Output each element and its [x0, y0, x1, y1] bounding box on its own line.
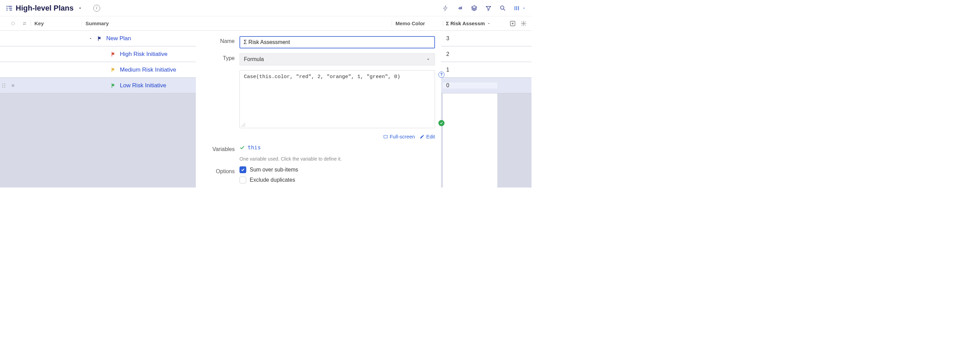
column-edit-panel: Name Type Formula Case(this.color, "red"…	[196, 31, 441, 187]
svg-point-0	[500, 6, 504, 9]
chevron-down-icon[interactable]	[78, 6, 83, 11]
checkbox-checked-icon	[239, 166, 246, 173]
settings-gear-icon[interactable]	[520, 21, 527, 27]
svg-point-2	[11, 22, 15, 25]
row-risk-value: 2	[443, 51, 497, 57]
svg-point-7	[2, 85, 3, 86]
pin-icon[interactable]	[457, 5, 463, 11]
search-icon[interactable]	[500, 5, 506, 11]
row-risk-value: 0	[443, 83, 497, 89]
svg-point-11	[11, 84, 14, 87]
flag-icon	[110, 83, 116, 89]
check-icon	[239, 145, 245, 150]
layers-icon[interactable]	[471, 5, 477, 11]
col-memo-color[interactable]: Memo Color	[392, 21, 443, 26]
flag-icon	[110, 51, 116, 57]
name-label: Name	[202, 36, 235, 44]
formula-textarea[interactable]: Case(this.color, "red", 2, "orange", 1, …	[239, 70, 435, 128]
row-summary-text[interactable]: New Plan	[106, 35, 131, 42]
pencil-icon	[420, 134, 425, 139]
svg-point-8	[5, 85, 5, 86]
formula-text: Case(this.color, "red", 2, "orange", 1, …	[244, 74, 400, 80]
row-status-dot	[8, 84, 18, 87]
col-summary[interactable]: Summary	[82, 21, 392, 26]
variables-label: Variables	[202, 144, 235, 152]
view-title[interactable]: High-level Plans	[16, 4, 73, 13]
svg-line-1	[504, 9, 505, 10]
hierarchy-icon	[5, 5, 13, 12]
valid-check-icon	[438, 120, 444, 126]
help-icon[interactable]: ?	[438, 72, 444, 78]
row-summary-text[interactable]: Low Risk Initiative	[120, 82, 166, 89]
svg-rect-12	[384, 135, 388, 138]
col-risk-assessment[interactable]: Σ Risk Assessm	[443, 21, 497, 26]
svg-point-6	[5, 83, 5, 84]
flag-icon	[110, 67, 116, 73]
type-value: Formula	[244, 56, 264, 62]
col-actions	[497, 21, 531, 27]
filter-icon[interactable]	[485, 5, 492, 11]
variable-name[interactable]: this	[248, 144, 261, 151]
col-status-icon	[8, 21, 18, 26]
svg-point-9	[2, 86, 3, 88]
variables-hint: One variable used. Click the variable to…	[239, 156, 342, 161]
row-summary-text[interactable]: Medium Risk Initiative	[120, 67, 176, 73]
col-swap-icon	[18, 21, 31, 26]
svg-point-10	[5, 86, 5, 88]
col-key[interactable]: Key	[31, 21, 82, 26]
lightning-icon[interactable]	[442, 5, 449, 11]
options-label: Options	[202, 166, 235, 174]
topbar: High-level Plans i	[0, 0, 531, 16]
row-risk-value: 1	[443, 67, 497, 73]
type-select[interactable]: Formula	[239, 53, 435, 65]
checkbox-unchecked-icon	[239, 177, 246, 184]
drag-handle-icon[interactable]	[0, 83, 8, 88]
row-risk-value: 3	[443, 35, 497, 42]
expand-caret-icon[interactable]	[89, 37, 93, 41]
info-icon[interactable]: i	[93, 5, 100, 11]
option-exclude-duplicates[interactable]: Exclude duplicates	[239, 177, 298, 184]
svg-point-5	[2, 83, 3, 84]
fullscreen-button[interactable]: Full-screen	[383, 134, 415, 139]
flag-icon	[97, 35, 103, 42]
columns-toggle[interactable]	[514, 5, 526, 11]
name-input[interactable]	[239, 36, 435, 48]
type-label: Type	[202, 53, 235, 61]
svg-point-4	[523, 22, 525, 24]
topbar-right	[442, 5, 526, 11]
fullscreen-icon	[383, 134, 388, 139]
edit-button[interactable]: Edit	[420, 134, 435, 139]
col-risk-label: Σ Risk Assessm	[446, 21, 485, 26]
topbar-left: High-level Plans i	[5, 4, 100, 13]
sort-dropdown-icon	[487, 21, 491, 26]
option-sum-over-subitems[interactable]: Sum over sub-items	[239, 166, 298, 173]
chevron-down-icon	[426, 57, 431, 62]
row-summary-text[interactable]: High Risk Initiative	[120, 51, 168, 58]
column-header-row: Key Summary Memo Color Σ Risk Assessm	[0, 16, 531, 31]
add-column-icon[interactable]	[509, 21, 516, 27]
resize-grip-icon[interactable]	[241, 123, 245, 127]
